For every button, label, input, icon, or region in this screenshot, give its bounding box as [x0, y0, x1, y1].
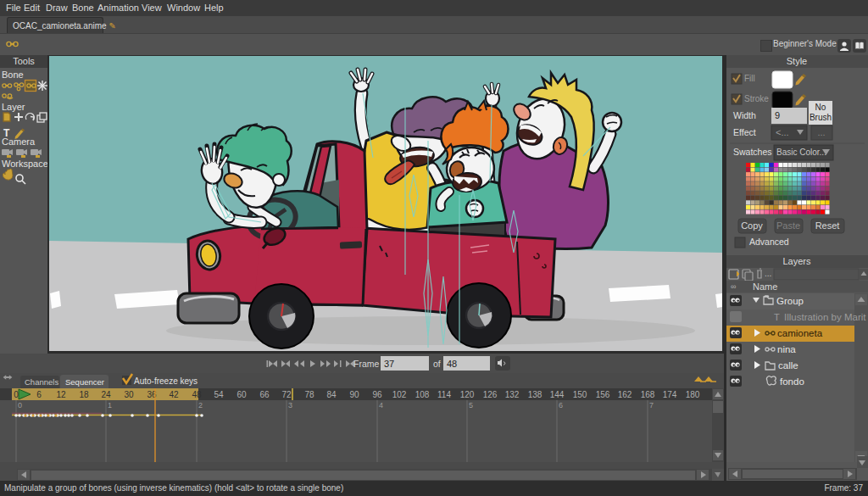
svg-text:camioneta: camioneta — [777, 328, 823, 338]
svg-text:174: 174 — [663, 390, 677, 399]
svg-text:Illustration by Marit: Illustration by Marit — [784, 312, 866, 322]
svg-text:of: of — [433, 359, 441, 369]
svg-text:30: 30 — [124, 390, 134, 399]
svg-text:180: 180 — [686, 390, 700, 399]
svg-text:1: 1 — [108, 401, 112, 410]
svg-text:nina: nina — [777, 344, 796, 354]
svg-text:108: 108 — [415, 390, 430, 399]
svg-text:Layer: Layer — [2, 102, 25, 112]
svg-text:<...: <... — [776, 127, 789, 137]
svg-text:3: 3 — [288, 401, 292, 410]
svg-text:No: No — [815, 103, 826, 112]
svg-text:Auto-freeze keys: Auto-freeze keys — [134, 376, 198, 386]
svg-text:0: 0 — [18, 401, 22, 410]
svg-text:Fill: Fill — [744, 74, 755, 83]
svg-text:78: 78 — [304, 390, 314, 399]
svg-text:Channels: Channels — [25, 377, 58, 387]
svg-text:6: 6 — [559, 401, 563, 410]
svg-text:fondo: fondo — [780, 376, 804, 387]
svg-text:Bone: Bone — [2, 70, 24, 80]
svg-text:9: 9 — [775, 110, 780, 120]
svg-text:5: 5 — [469, 401, 473, 410]
svg-text:84: 84 — [326, 390, 337, 399]
svg-text:102: 102 — [392, 390, 407, 399]
svg-text:T: T — [774, 312, 780, 322]
svg-text:Workspace: Workspace — [2, 159, 47, 169]
svg-text:48: 48 — [192, 390, 202, 399]
svg-text:Effect: Effect — [733, 127, 756, 137]
svg-text:Basic Color...: Basic Color... — [776, 148, 826, 157]
svg-text:126: 126 — [483, 390, 498, 399]
svg-text:calle: calle — [778, 360, 798, 371]
svg-text:37: 37 — [384, 359, 394, 369]
svg-text:Sequencer: Sequencer — [65, 377, 104, 387]
svg-text:54: 54 — [214, 390, 224, 399]
svg-text:96: 96 — [372, 390, 382, 399]
svg-text:Advanced: Advanced — [749, 237, 789, 247]
svg-text:Style: Style — [787, 56, 807, 66]
svg-text:Paste: Paste — [776, 220, 800, 231]
svg-text:Stroke: Stroke — [744, 94, 769, 103]
svg-text:6: 6 — [36, 390, 42, 399]
svg-text:24: 24 — [101, 390, 111, 399]
svg-text:0: 0 — [14, 390, 19, 399]
svg-text:12: 12 — [56, 390, 66, 399]
svg-text:90: 90 — [349, 390, 359, 399]
svg-text:Frame: Frame — [353, 359, 379, 369]
svg-text:2: 2 — [198, 401, 203, 410]
svg-text:4: 4 — [379, 401, 383, 410]
svg-text:Copy: Copy — [741, 220, 763, 231]
svg-text:168: 168 — [641, 390, 655, 399]
svg-text:Layers: Layers — [782, 256, 811, 266]
svg-text:156: 156 — [596, 390, 610, 399]
svg-text:144: 144 — [550, 390, 565, 399]
svg-text:114: 114 — [437, 390, 451, 399]
svg-text:Width: Width — [733, 110, 756, 120]
svg-text:48: 48 — [447, 359, 457, 369]
svg-text:42: 42 — [169, 390, 179, 399]
svg-text:...: ... — [817, 127, 825, 137]
svg-text:Name: Name — [753, 281, 777, 292]
svg-text:Group: Group — [776, 296, 804, 306]
svg-text:∞: ∞ — [731, 282, 736, 291]
svg-text:150: 150 — [573, 390, 587, 399]
svg-text:Camera: Camera — [2, 137, 36, 147]
svg-text:72: 72 — [281, 390, 292, 399]
svg-text:Reset: Reset — [815, 220, 840, 231]
svg-text:60: 60 — [236, 390, 247, 399]
svg-text:...: ... — [765, 269, 771, 278]
svg-text:Swatches: Swatches — [733, 147, 772, 157]
svg-text:66: 66 — [259, 390, 270, 399]
svg-text:18: 18 — [79, 390, 89, 399]
svg-text:138: 138 — [528, 390, 542, 399]
svg-text:Brush: Brush — [810, 113, 832, 122]
svg-text:7: 7 — [649, 401, 654, 410]
svg-text:Tools: Tools — [13, 56, 35, 66]
svg-text:162: 162 — [618, 390, 632, 399]
svg-text:120: 120 — [460, 390, 475, 399]
svg-text:132: 132 — [505, 390, 520, 399]
